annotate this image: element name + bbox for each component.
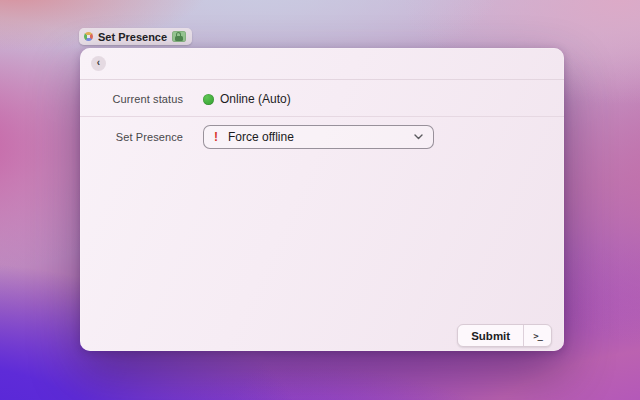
lock-icon (172, 31, 186, 42)
current-status-section: Current status Online (Auto) (80, 80, 564, 117)
desktop-wallpaper: Set Presence ‹ Current status Online (Au… (0, 0, 640, 400)
terminal-prompt-icon: >_ (533, 331, 542, 341)
warning-icon: ! (214, 130, 218, 144)
window-header: ‹ (80, 48, 564, 80)
app-pinwheel-icon (84, 32, 93, 41)
chevron-down-icon (414, 134, 423, 140)
current-status-value-group: Online (Auto) (203, 92, 291, 106)
tab-title: Set Presence (98, 31, 167, 43)
set-presence-field-group: ! Force offline (203, 125, 434, 149)
set-presence-section: Set Presence ! Force offline (80, 125, 564, 149)
terminal-shortcut-button[interactable]: >_ (523, 325, 551, 346)
online-status-icon (203, 94, 214, 105)
back-chevron-icon: ‹ (97, 58, 100, 68)
current-status-row: Current status Online (Auto) (80, 92, 564, 106)
presence-select[interactable]: ! Force offline (203, 125, 434, 149)
window-tab[interactable]: Set Presence (79, 28, 192, 45)
presence-selected-value: Force offline (228, 130, 294, 144)
set-presence-row: Set Presence ! Force offline (80, 125, 564, 149)
back-button[interactable]: ‹ (91, 56, 106, 71)
current-status-label: Current status (80, 93, 183, 105)
submit-button[interactable]: Submit (458, 325, 523, 346)
footer-action-group: Submit >_ (457, 324, 552, 347)
set-presence-window: ‹ Current status Online (Auto) Set Prese… (80, 48, 564, 351)
set-presence-label: Set Presence (80, 131, 183, 143)
current-status-value: Online (Auto) (220, 92, 291, 106)
